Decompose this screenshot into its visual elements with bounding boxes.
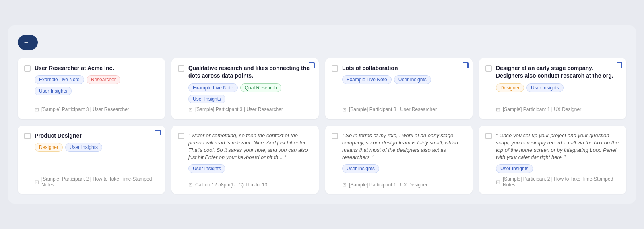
source-text: [Sample] Participant 3 | User Researcher [41,107,129,112]
card-source: ⊡[Sample] Participant 1 | UX Designer [485,107,620,113]
tag-user-insights[interactable]: User Insights [65,143,102,152]
card-corner-icon [463,62,469,68]
source-icon: ⊡ [188,182,193,188]
card-checkbox[interactable] [178,133,184,139]
main-container: – User Researcher at Acme Inc.Example Li… [8,25,636,204]
card-checkbox[interactable] [24,133,31,139]
source-icon: ⊡ [496,179,500,185]
tag-user-insights[interactable]: User Insights [342,164,379,173]
card-header: Qualitative research and likes connectin… [178,64,312,80]
card-tags: User Insights [178,164,312,173]
card-corner-icon [155,130,161,135]
card-tags: DesignerUser Insights [24,143,159,152]
card-tags: Example Live NoteQual ResearchUser Insig… [178,83,312,103]
card-title: Lots of collaboration [342,64,398,72]
card-source: ⊡Call on 12:58pm(UTC) Thu Jul 13 [178,182,312,188]
card-2: Qualitative research and likes connectin… [171,58,319,119]
source-text: [Sample] Participant 1 | UX Designer [503,107,581,112]
card-checkbox[interactable] [485,65,492,72]
tag-example-live-note[interactable]: Example Live Note [188,83,238,92]
card-6: " writer or something, so then the conte… [171,126,319,194]
card-source: ⊡[Sample] Participant 3 | User Researche… [178,107,312,113]
source-text: [Sample] Participant 2 | How to Take Tim… [503,176,620,188]
group-header[interactable]: – [18,35,38,50]
tag-user-insights[interactable]: User Insights [188,95,225,103]
tag-designer[interactable]: Designer [35,143,63,152]
cards-grid: User Researcher at Acme Inc.Example Live… [18,58,626,194]
card-header: Lots of collaboration [332,64,466,72]
source-icon: ⊡ [342,107,347,113]
source-icon: ⊡ [35,179,39,185]
tag-example-live-note[interactable]: Example Live Note [35,75,84,84]
card-corner-icon [309,62,315,68]
card-header: " writer or something, so then the conte… [178,132,312,161]
card-header: " Once you set up your project and your … [485,132,620,161]
card-title: Designer at an early stage company. Desi… [496,64,620,80]
tag-designer[interactable]: Designer [496,83,524,92]
card-source: ⊡[Sample] Participant 1 | UX Designer [332,182,466,188]
card-corner-icon [617,62,622,68]
card-source: ⊡[Sample] Participant 2 | How to Take Ti… [485,176,620,188]
card-title: Qualitative research and likes connectin… [188,64,312,80]
source-text: [Sample] Participant 3 | User Researcher [349,107,437,112]
source-text: [Sample] Participant 2 | How to Take Tim… [41,176,159,188]
card-tags: User Insights [332,164,466,173]
card-5: Product DesignerDesignerUser Insights⊡[S… [18,126,165,194]
card-source: ⊡[Sample] Participant 3 | User Researche… [332,107,466,113]
card-header: User Researcher at Acme Inc. [24,64,159,72]
card-checkbox[interactable] [332,65,338,72]
card-tags: Example Live NoteUser Insights [332,75,466,84]
card-title: Product Designer [35,132,82,140]
source-text: Call on 12:58pm(UTC) Thu Jul 13 [195,182,267,188]
tag-user-insights[interactable]: User Insights [394,75,431,84]
card-tags: DesignerUser Insights [485,83,620,92]
source-text: [Sample] Participant 3 | User Researcher [195,107,283,112]
card-title: User Researcher at Acme Inc. [35,64,114,72]
card-source: ⊡[Sample] Participant 2 | How to Take Ti… [24,176,159,188]
card-tags: Example Live NoteResearcherUser Insights [24,75,159,95]
card-header: Product Designer [24,132,159,140]
card-1: User Researcher at Acme Inc.Example Live… [18,58,165,119]
card-title: " Once you set up your project and your … [496,132,620,161]
card-header: Designer at an early stage company. Desi… [485,64,620,80]
card-checkbox[interactable] [178,65,184,72]
card-8: " Once you set up your project and your … [479,126,626,194]
collapse-icon: – [24,38,28,47]
source-icon: ⊡ [188,107,193,113]
card-tags: User Insights [485,164,620,173]
card-4: Designer at an early stage company. Desi… [479,58,626,119]
tag-user-insights[interactable]: User Insights [35,87,72,95]
tag-qual-research[interactable]: Qual Research [240,83,281,92]
card-checkbox[interactable] [485,133,492,139]
card-checkbox[interactable] [24,65,31,72]
card-title: " So in terms of my role, I work at an e… [342,132,466,161]
tag-example-live-note[interactable]: Example Live Note [342,75,392,84]
source-text: [Sample] Participant 1 | UX Designer [349,182,427,188]
card-title: " writer or something, so then the conte… [188,132,312,161]
card-7: " So in terms of my role, I work at an e… [325,126,473,194]
tag-user-insights[interactable]: User Insights [526,83,564,92]
card-source: ⊡[Sample] Participant 3 | User Researche… [24,107,159,113]
source-icon: ⊡ [342,182,347,188]
tag-researcher[interactable]: Researcher [87,75,120,84]
card-3: Lots of collaborationExample Live NoteUs… [325,58,473,119]
source-icon: ⊡ [35,107,39,113]
tag-user-insights[interactable]: User Insights [496,164,533,173]
card-checkbox[interactable] [332,133,338,139]
card-header: " So in terms of my role, I work at an e… [332,132,466,161]
tag-user-insights[interactable]: User Insights [188,164,225,173]
source-icon: ⊡ [496,107,500,113]
